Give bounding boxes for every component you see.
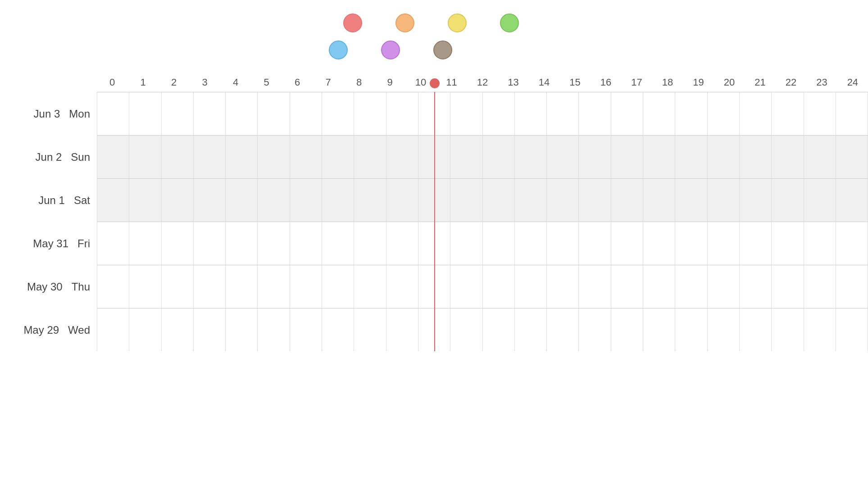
grid-cell[interactable]	[193, 92, 225, 135]
grid-cell[interactable]	[546, 179, 578, 222]
grid-cell[interactable]	[482, 265, 514, 308]
grid-cell[interactable]	[257, 179, 289, 222]
grid-cell[interactable]	[354, 179, 386, 222]
grid-row[interactable]: May 31Fri	[97, 222, 868, 265]
grid-cell[interactable]	[707, 136, 739, 178]
grid-cell[interactable]	[386, 92, 418, 135]
grid-cell[interactable]	[836, 92, 868, 135]
grid-cell[interactable]	[386, 222, 418, 265]
grid-cell[interactable]	[193, 265, 225, 308]
grid-cell[interactable]	[290, 309, 322, 351]
grid-cell[interactable]	[386, 309, 418, 351]
grid-cell[interactable]	[804, 222, 836, 265]
grid-cell[interactable]	[450, 179, 482, 222]
grid-cell[interactable]	[161, 136, 193, 178]
grid-row[interactable]: Jun 3Mon	[97, 92, 868, 135]
grid-cell[interactable]	[514, 92, 546, 135]
grid-cell[interactable]	[546, 309, 578, 351]
grid-cell[interactable]	[225, 222, 257, 265]
grid-cell[interactable]	[836, 309, 868, 351]
grid-cell[interactable]	[129, 309, 161, 351]
grid-cell[interactable]	[450, 222, 482, 265]
grid-cell[interactable]	[611, 179, 643, 222]
grid-cell[interactable]	[290, 179, 322, 222]
grid-cell[interactable]	[771, 92, 803, 135]
grid-cell[interactable]	[354, 92, 386, 135]
grid-cell[interactable]	[675, 309, 707, 351]
grid-cell[interactable]	[771, 222, 803, 265]
grid-cell[interactable]	[97, 136, 129, 178]
grid-cell[interactable]	[514, 179, 546, 222]
grid-cell[interactable]	[290, 92, 322, 135]
grid-cell[interactable]	[836, 136, 868, 178]
grid-cell[interactable]	[450, 309, 482, 351]
grid-row[interactable]: May 29Wed	[97, 308, 868, 351]
grid-cell[interactable]	[450, 265, 482, 308]
grid-cell[interactable]	[322, 309, 354, 351]
grid-cell[interactable]	[707, 92, 739, 135]
grid-cell[interactable]	[257, 136, 289, 178]
grid-cell[interactable]	[322, 265, 354, 308]
grid-cell[interactable]	[225, 309, 257, 351]
grid-cell[interactable]	[322, 179, 354, 222]
grid-cell[interactable]	[257, 265, 289, 308]
grid-cell[interactable]	[97, 309, 129, 351]
grid-cell[interactable]	[161, 179, 193, 222]
grid-cell[interactable]	[129, 136, 161, 178]
grid-cell[interactable]	[739, 92, 771, 135]
grid-cell[interactable]	[354, 136, 386, 178]
grid-cell[interactable]	[514, 309, 546, 351]
grid-cell[interactable]	[643, 309, 675, 351]
grid-cell[interactable]	[129, 179, 161, 222]
grid-cell[interactable]	[514, 265, 546, 308]
grid-cell[interactable]	[257, 222, 289, 265]
grid-cell[interactable]	[578, 136, 610, 178]
grid-cell[interactable]	[193, 309, 225, 351]
grid-cell[interactable]	[578, 179, 610, 222]
grid-cell[interactable]	[257, 92, 289, 135]
grid-cell[interactable]	[225, 265, 257, 308]
grid-cell[interactable]	[161, 309, 193, 351]
grid-cell[interactable]	[836, 222, 868, 265]
grid-cell[interactable]	[804, 309, 836, 351]
grid-cell[interactable]	[129, 222, 161, 265]
grid-row[interactable]: Jun 1Sat	[97, 178, 868, 222]
grid-cell[interactable]	[675, 179, 707, 222]
grid-cell[interactable]	[739, 309, 771, 351]
grid-cell[interactable]	[611, 136, 643, 178]
grid-cell[interactable]	[707, 265, 739, 308]
grid-cell[interactable]	[354, 222, 386, 265]
grid-cell[interactable]	[739, 222, 771, 265]
grid-cell[interactable]	[386, 179, 418, 222]
grid-cell[interactable]	[739, 265, 771, 308]
grid-cell[interactable]	[546, 136, 578, 178]
grid-cell[interactable]	[611, 309, 643, 351]
grid-cell[interactable]	[739, 136, 771, 178]
grid-cell[interactable]	[611, 222, 643, 265]
grid-cell[interactable]	[643, 265, 675, 308]
grid-cell[interactable]	[643, 92, 675, 135]
grid-cell[interactable]	[546, 265, 578, 308]
grid-cell[interactable]	[804, 265, 836, 308]
grid-cell[interactable]	[578, 309, 610, 351]
grid-cell[interactable]	[643, 136, 675, 178]
grid-cell[interactable]	[707, 309, 739, 351]
grid-cell[interactable]	[611, 265, 643, 308]
grid-cell[interactable]	[578, 222, 610, 265]
grid-cell[interactable]	[290, 136, 322, 178]
grid-cell[interactable]	[354, 265, 386, 308]
grid-cell[interactable]	[193, 179, 225, 222]
grid-cell[interactable]	[836, 265, 868, 308]
grid-cell[interactable]	[450, 136, 482, 178]
grid-cell[interactable]	[225, 136, 257, 178]
grid-cell[interactable]	[482, 222, 514, 265]
grid-cell[interactable]	[482, 179, 514, 222]
grid-cell[interactable]	[97, 222, 129, 265]
grid-cell[interactable]	[578, 92, 610, 135]
grid-cell[interactable]	[129, 265, 161, 308]
grid-cell[interactable]	[546, 92, 578, 135]
grid-cell[interactable]	[771, 309, 803, 351]
grid-cell[interactable]	[225, 179, 257, 222]
grid-row[interactable]: May 30Thu	[97, 265, 868, 308]
grid-cell[interactable]	[322, 136, 354, 178]
